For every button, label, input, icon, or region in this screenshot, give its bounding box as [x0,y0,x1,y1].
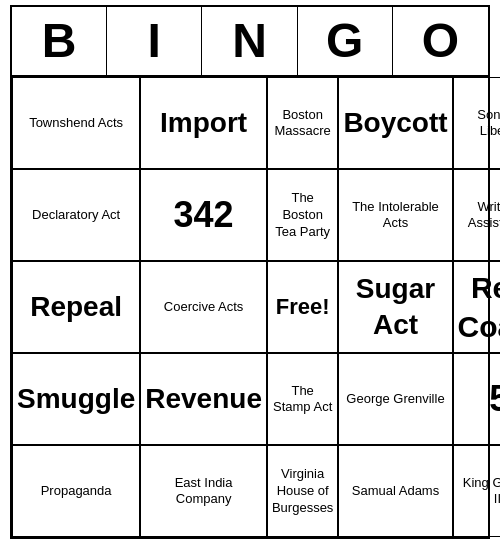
bingo-cell-7: The Boston Tea Party [267,169,338,261]
bingo-cell-18: George Grenville [338,353,452,445]
bingo-cell-9: Writs of Assistance [453,169,500,261]
bingo-cell-2: Boston Massacre [267,77,338,169]
bingo-cell-19: 5 [453,353,500,445]
bingo-cell-13: Sugar Act [338,261,452,353]
bingo-letter-i: I [107,7,202,76]
bingo-cell-6: 342 [140,169,267,261]
bingo-cell-12: Free! [267,261,338,353]
bingo-cell-8: The Intolerable Acts [338,169,452,261]
bingo-letter-o: O [393,7,488,76]
bingo-cell-15: Smuggle [12,353,140,445]
bingo-letter-g: G [298,7,393,76]
bingo-cell-17: The Stamp Act [267,353,338,445]
bingo-cell-14: Red Coats [453,261,500,353]
bingo-letter-b: B [12,7,107,76]
bingo-header: BINGO [12,7,488,78]
bingo-grid: Townshend ActsImportBoston MassacreBoyco… [12,77,488,537]
bingo-cell-23: Samual Adams [338,445,452,537]
bingo-cell-0: Townshend Acts [12,77,140,169]
bingo-cell-16: Revenue [140,353,267,445]
bingo-cell-5: Declaratory Act [12,169,140,261]
bingo-cell-24: King George III [453,445,500,537]
bingo-cell-4: Sons of Liberty [453,77,500,169]
bingo-cell-21: East India Company [140,445,267,537]
bingo-card: BINGO Townshend ActsImportBoston Massacr… [10,5,490,540]
bingo-cell-10: Repeal [12,261,140,353]
bingo-cell-1: Import [140,77,267,169]
bingo-cell-20: Propaganda [12,445,140,537]
bingo-cell-22: Virginia House of Burgesses [267,445,338,537]
bingo-cell-3: Boycott [338,77,452,169]
bingo-letter-n: N [202,7,297,76]
bingo-cell-11: Coercive Acts [140,261,267,353]
